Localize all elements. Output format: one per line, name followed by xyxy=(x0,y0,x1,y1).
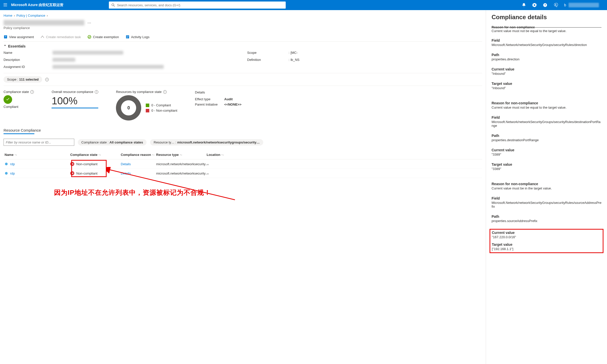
view-assignment-button[interactable]: View assignment xyxy=(4,35,34,39)
panel-current-value: "167.220.0.0/16" xyxy=(492,235,601,239)
legend-swatch-noncompliant xyxy=(146,109,149,112)
sort-icon: ↑↓ xyxy=(180,153,182,156)
user-account[interactable]: b xyxy=(564,3,599,7)
sort-icon: ↑↓ xyxy=(221,153,224,156)
topbar-icons: b xyxy=(522,3,604,7)
search-box[interactable] xyxy=(109,2,286,9)
svg-rect-6 xyxy=(127,36,129,36)
search-input[interactable] xyxy=(117,3,283,7)
breadcrumb: Home › Policy | Compliance › xyxy=(4,14,482,17)
essentials-definition-label: Definition xyxy=(247,58,288,62)
panel-field-value: Microsoft.Network/networkSecurityGroups/… xyxy=(492,120,601,128)
resource-compliance-heading: Resource Compliance xyxy=(4,128,482,132)
resource-name-link[interactable]: rdp xyxy=(5,162,70,166)
essentials-header: Essentials xyxy=(8,44,26,48)
panel-group: Target value "3389" xyxy=(492,162,601,171)
chevron-right-icon: › xyxy=(47,14,48,17)
create-remediation-button: Create remediation task xyxy=(40,35,81,39)
section-underline xyxy=(4,133,34,134)
create-exemption-button[interactable]: Create exemption xyxy=(87,35,119,39)
details-block: Details Effect typeAudit Parent Initiati… xyxy=(195,90,241,107)
gear-icon[interactable] xyxy=(532,3,537,7)
details-link[interactable]: Details xyxy=(121,162,131,166)
panel-path-heading: Path xyxy=(492,53,601,57)
donut-chart: 0 xyxy=(116,95,141,120)
panel-target-heading: Target value xyxy=(492,162,601,166)
panel-group: Path properties.direction xyxy=(492,53,601,61)
overall-compliance-block: Overall resource compliancei 100% xyxy=(52,90,98,108)
create-remediation-label: Create remediation task xyxy=(46,35,81,39)
panel-target-value: "Inbound" xyxy=(492,86,601,90)
search-icon xyxy=(111,3,115,7)
parent-initiative-label: Parent Initiative xyxy=(195,102,223,107)
panel-group: Path properties.destinationPortRange xyxy=(492,134,601,142)
panel-reason-value: Current value must be in the target valu… xyxy=(492,186,601,190)
compliance-state-label: Compliance state xyxy=(4,90,29,94)
topbar: Microsoft Azure 由世纪互联运营 b xyxy=(0,0,607,10)
panel-target-heading: Target value xyxy=(492,242,601,247)
panel-target-heading: Target value xyxy=(492,82,601,86)
create-exemption-label: Create exemption xyxy=(93,35,119,39)
sort-icon: ↑↓ xyxy=(152,153,155,156)
svg-point-9 xyxy=(5,163,8,165)
panel-current-value: "3389" xyxy=(492,153,601,156)
feedback-icon[interactable] xyxy=(553,3,558,7)
scope-pill[interactable]: Scope : 111 selected xyxy=(4,76,42,83)
filter-row: Compliance state : All compliance states… xyxy=(4,139,482,146)
notifications-icon[interactable] xyxy=(522,3,526,7)
legend-swatch-compliant xyxy=(146,104,149,107)
col-state[interactable]: Compliance state↑↓ xyxy=(70,153,121,157)
panel-group: Field Microsoft.Network/networkSecurityG… xyxy=(492,38,601,47)
breadcrumb-home[interactable]: Home xyxy=(4,14,12,17)
essentials-name-label: Name xyxy=(4,51,52,55)
view-assignment-label: View assignment xyxy=(9,35,34,39)
scope-row: Scope : 111 selected i xyxy=(4,73,482,86)
resource-icon xyxy=(5,172,8,175)
essentials-grid: Name Scope :[MC- Description Definition … xyxy=(4,51,482,69)
exemption-icon xyxy=(87,35,91,39)
activity-logs-button[interactable]: Activity Logs xyxy=(126,35,150,39)
resource-type-filter-pill[interactable]: Resource ty… : microsoft.network/network… xyxy=(150,139,263,145)
sort-icon: ↑↓ xyxy=(99,153,101,156)
col-name[interactable]: Name↑↓ xyxy=(5,153,70,157)
svg-rect-2 xyxy=(5,36,6,36)
resource-type-filter-label: Resource ty… : xyxy=(154,140,176,144)
info-icon[interactable]: i xyxy=(95,90,98,94)
more-actions-button[interactable]: ··· xyxy=(87,20,91,26)
panel-path-value: properties.sourceAddressPrefix xyxy=(492,219,601,223)
panel-reason-heading: Reason for non-compliance xyxy=(492,101,601,105)
compliance-state-filter-value: All compliance states xyxy=(109,140,143,144)
legend-compliant-label: 0 - Compliant xyxy=(151,103,171,107)
table-row: rdp ✕ Non-compliant Details microsoft.ne… xyxy=(4,169,482,178)
compliance-state-cell: ✕ Non-compliant xyxy=(70,162,121,166)
col-location[interactable]: Location↑↓ xyxy=(207,153,227,157)
panel-group: Target value "Inbound" xyxy=(492,82,601,90)
details-link[interactable]: Details xyxy=(121,172,131,175)
assignment-icon xyxy=(4,35,8,39)
info-icon[interactable]: i xyxy=(30,90,34,94)
remediation-icon xyxy=(40,35,44,39)
panel-target-value: ["192.168.1.1"] xyxy=(492,247,601,251)
table-row: rdp ✕ Non-compliant Details microsoft.ne… xyxy=(4,159,482,169)
filter-input[interactable] xyxy=(4,139,74,146)
panel-group: Current value "Inbound" xyxy=(492,67,601,76)
info-icon[interactable]: i xyxy=(45,78,49,81)
panel-group: Reason for non-compliance Current value … xyxy=(492,182,601,190)
hamburger-icon[interactable] xyxy=(3,3,8,8)
resource-name-link[interactable]: rdp xyxy=(5,172,70,175)
essentials-toggle[interactable]: ⌃ Essentials xyxy=(4,44,482,48)
compliance-details-panel: Compliance details Reason for non-compli… xyxy=(486,10,607,364)
col-reason[interactable]: Compliance reason↑↓ xyxy=(121,153,156,157)
svg-rect-3 xyxy=(5,37,6,37)
help-icon[interactable] xyxy=(543,3,547,7)
svg-point-0 xyxy=(555,4,556,5)
compliance-state-cell: ✕ Non-compliant xyxy=(70,171,121,175)
col-type[interactable]: Resource type↑↓ xyxy=(156,153,207,157)
user-name-blurred xyxy=(569,3,599,7)
breadcrumb-policy[interactable]: Policy | Compliance xyxy=(16,14,45,17)
panel-group: Target value ["192.168.1.1"] xyxy=(492,242,601,251)
info-icon[interactable]: i xyxy=(163,90,167,94)
command-bar: View assignment Create remediation task … xyxy=(4,33,482,42)
scope-pill-label: Scope : xyxy=(7,78,18,81)
compliance-state-filter-pill[interactable]: Compliance state : All compliance states xyxy=(78,139,147,145)
